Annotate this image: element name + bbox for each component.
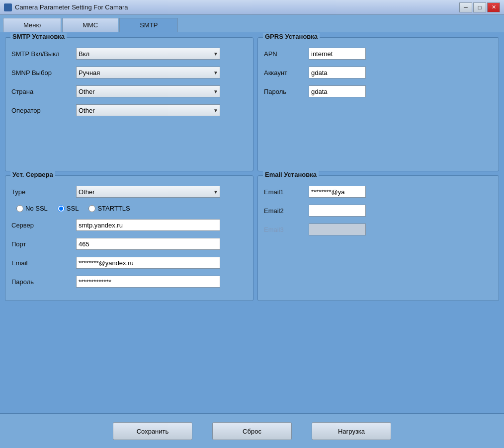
server-password-input[interactable] [76,276,220,288]
email2-row: Email2 [264,205,493,217]
starttls-label: STARTTLS [97,205,130,212]
tab-bar: Меню MMC SMTP [0,15,504,32]
smtp-operator-label: Оператор [11,107,76,114]
content-area: SMTP Установка SMTP Вкл/Выкл Вкл Выкл ▼ … [0,32,504,413]
smtp-onoff-label: SMTP Вкл/Выкл [11,50,76,58]
smtp-operator-select-wrapper: Other ▼ [76,104,220,116]
tab-smtp[interactable]: SMTP [119,18,178,32]
gprs-panel: GPRS Установка APN Аккаунт Пароль [257,37,499,171]
reset-button[interactable]: Сброс [212,422,292,440]
gprs-password-row: Пароль [264,85,493,97]
gprs-account-row: Аккаунт [264,67,493,78]
ssl-label: SSL [67,205,79,212]
server-port-row: Порт [11,238,247,250]
smtp-operator-row: Оператор Other ▼ [11,104,247,116]
smtp-country-select[interactable]: Other [76,85,220,97]
email3-label: Email3 [264,226,309,233]
email3-input [309,224,366,235]
server-email-label: Email [11,259,76,267]
email1-row: Email1 [264,186,493,198]
smtp-mode-label: SMNP Выбор [11,69,76,76]
smtp-onoff-select[interactable]: Вкл Выкл [76,48,220,60]
smtp-onoff-select-wrapper: Вкл Выкл ▼ [76,48,220,60]
server-panel-title: Уст. Сервера [10,171,55,178]
server-type-label: Type [11,188,76,196]
email3-row: Email3 [264,224,493,235]
server-host-input[interactable] [76,219,220,231]
server-port-label: Порт [11,240,76,248]
ssl-radio-row: No SSL SSL STARTTLS [16,205,247,212]
smtp-country-label: Страна [11,88,76,95]
server-host-row: Сервер [11,219,247,231]
title-bar: Camera Parameter Setting For Camara ─ □ … [0,0,504,15]
bottom-panels-row: Уст. Сервера Type Other ▼ No SSL [5,175,499,301]
window-title: Camera Parameter Setting For Camara [15,3,128,11]
save-button[interactable]: Сохранить [113,422,192,440]
server-type-select-wrapper: Other ▼ [76,186,220,198]
server-email-input[interactable] [76,257,220,269]
gprs-apn-label: APN [264,50,309,58]
close-button[interactable]: ✕ [487,2,500,12]
email-panel: Email Установка Email1 Email2 Email3 [257,175,499,301]
email2-input[interactable] [309,205,366,217]
gprs-account-label: Аккаунт [264,69,309,76]
server-password-label: Пароль [11,278,76,286]
app-icon [4,3,12,11]
smtp-country-row: Страна Other ▼ [11,85,247,97]
nossl-radio-label[interactable]: No SSL [16,205,48,212]
server-port-input[interactable] [76,238,220,250]
smtp-mode-select[interactable]: Ручная Авто [76,67,220,78]
minimize-button[interactable]: ─ [459,2,472,12]
server-email-row: Email [11,257,247,269]
server-type-row: Type Other ▼ [11,186,247,198]
tab-menu[interactable]: Меню [3,18,61,32]
gprs-panel-title: GPRS Установка [263,33,320,40]
maximize-button[interactable]: □ [473,2,486,12]
starttls-radio-label[interactable]: STARTTLS [88,205,130,212]
server-password-row: Пароль [11,276,247,288]
smtp-panel: SMTP Установка SMTP Вкл/Выкл Вкл Выкл ▼ … [5,37,253,171]
server-type-select[interactable]: Other [76,186,220,198]
email-panel-title: Email Установка [263,171,319,178]
nossl-radio[interactable] [16,205,23,212]
email2-label: Email2 [264,207,309,215]
server-panel: Уст. Сервера Type Other ▼ No SSL [5,175,253,301]
smtp-panel-title: SMTP Установка [10,33,67,40]
nossl-label: No SSL [25,205,48,212]
ssl-radio[interactable] [58,205,65,212]
tab-mmc[interactable]: MMC [62,18,118,32]
starttls-radio[interactable] [88,205,95,212]
footer: Сохранить Сброс Нагрузка [0,413,504,448]
smtp-onoff-row: SMTP Вкл/Выкл Вкл Выкл ▼ [11,48,247,60]
email1-input[interactable] [309,186,366,198]
smtp-operator-select[interactable]: Other [76,104,220,116]
smtp-mode-select-wrapper: Ручная Авто ▼ [76,67,220,78]
server-host-label: Сервер [11,222,76,229]
gprs-password-label: Пароль [264,88,309,95]
title-bar-left: Camera Parameter Setting For Camara [4,3,128,11]
gprs-apn-row: APN [264,48,493,60]
smtp-country-select-wrapper: Other ▼ [76,85,220,97]
load-button[interactable]: Нагрузка [312,422,391,440]
smtp-mode-row: SMNP Выбор Ручная Авто ▼ [11,67,247,78]
title-buttons: ─ □ ✕ [459,2,500,12]
gprs-account-input[interactable] [309,67,366,78]
email1-label: Email1 [264,188,309,196]
gprs-apn-input[interactable] [309,48,366,60]
ssl-radio-label[interactable]: SSL [58,205,79,212]
top-panels-row: SMTP Установка SMTP Вкл/Выкл Вкл Выкл ▼ … [5,37,499,171]
gprs-password-input[interactable] [309,85,366,97]
main-window: Camera Parameter Setting For Camara ─ □ … [0,0,504,448]
